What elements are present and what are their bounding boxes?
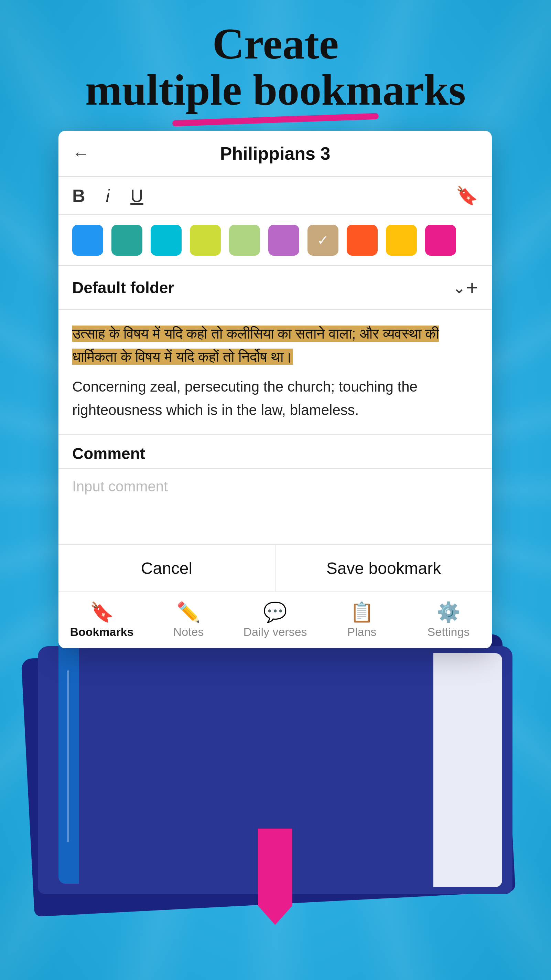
plans-nav-icon: 📋: [350, 603, 374, 622]
color-swatch-tan[interactable]: ✓: [308, 225, 338, 256]
action-row: Cancel Save bookmark: [59, 545, 492, 592]
book-page: [433, 653, 502, 887]
nav-label-settings: Settings: [427, 625, 470, 639]
spine-line: [67, 670, 69, 842]
bookmark-nav-icon: 🔖: [90, 603, 114, 622]
back-button[interactable]: ←: [72, 143, 89, 164]
verse-hindi: उत्साह के विषय में यदि कहो तो कलीसिया का…: [72, 322, 478, 368]
nav-label-bookmarks: Bookmarks: [70, 625, 133, 639]
nav-item-daily-verses[interactable]: 💬 Daily verses: [232, 592, 319, 648]
nav-label-daily-verses: Daily verses: [243, 625, 307, 639]
color-swatch-pink[interactable]: [425, 225, 456, 256]
nav-item-plans[interactable]: 📋 Plans: [319, 592, 405, 648]
folder-row: Default folder ⌄ +: [59, 266, 492, 310]
color-swatch-light-green[interactable]: [229, 225, 260, 256]
dialog-title: Philippians 3: [220, 143, 330, 164]
verse-english-text: Concerning zeal, persecuting the church;…: [72, 375, 478, 421]
color-swatch-yellow[interactable]: [386, 225, 417, 256]
nav-item-bookmarks[interactable]: 🔖 Bookmarks: [59, 592, 145, 648]
nav-item-settings[interactable]: ⚙️ Settings: [405, 592, 492, 648]
bookmark-button[interactable]: 🔖: [456, 185, 478, 206]
bold-button[interactable]: B: [72, 187, 85, 205]
dialog-header: ← Philippians 3: [59, 131, 492, 177]
nav-label-plans: Plans: [347, 625, 376, 639]
color-row: ✓: [59, 215, 492, 266]
book-spine: [59, 636, 79, 884]
chevron-down-icon[interactable]: ⌄: [453, 278, 466, 297]
color-swatch-blue[interactable]: [72, 225, 103, 256]
comment-label: Comment: [59, 434, 492, 469]
italic-button[interactable]: i: [106, 187, 110, 205]
header-title: Create multiple bookmarks: [0, 21, 551, 113]
bottom-nav: 🔖 Bookmarks ✏️ Notes 💬 Daily verses 📋 Pl…: [59, 592, 492, 648]
comment-input[interactable]: Input comment: [59, 469, 492, 544]
nav-label-notes: Notes: [173, 625, 204, 639]
header-section: Create multiple bookmarks: [0, 21, 551, 123]
add-folder-button[interactable]: +: [466, 275, 478, 299]
save-bookmark-button[interactable]: Save bookmark: [275, 545, 492, 592]
color-swatch-orange[interactable]: [347, 225, 378, 256]
verse-hindi-text: उत्साह के विषय में यदि कहो तो कलीसिया का…: [72, 326, 439, 365]
settings-nav-icon: ⚙️: [437, 603, 460, 622]
color-swatch-lime[interactable]: [190, 225, 221, 256]
color-swatch-teal[interactable]: [111, 225, 142, 256]
verse-area: उत्साह के विषय में यदि कहो तो कलीसिया का…: [59, 310, 492, 434]
folder-label: Default folder: [72, 278, 447, 297]
bookmark-ribbon: [258, 829, 292, 925]
daily-verses-nav-icon: 💬: [263, 603, 287, 622]
dialog-card: ← Philippians 3 B i U 🔖 ✓ Default folder…: [59, 131, 492, 648]
format-toolbar: B i U 🔖: [59, 177, 492, 215]
notes-nav-icon: ✏️: [176, 603, 200, 622]
color-swatch-purple[interactable]: [268, 225, 299, 256]
cancel-button[interactable]: Cancel: [59, 545, 275, 592]
color-swatch-cyan[interactable]: [151, 225, 182, 256]
comment-section: Comment Input comment: [59, 434, 492, 545]
underline-button[interactable]: U: [130, 187, 143, 205]
nav-item-notes[interactable]: ✏️ Notes: [145, 592, 232, 648]
